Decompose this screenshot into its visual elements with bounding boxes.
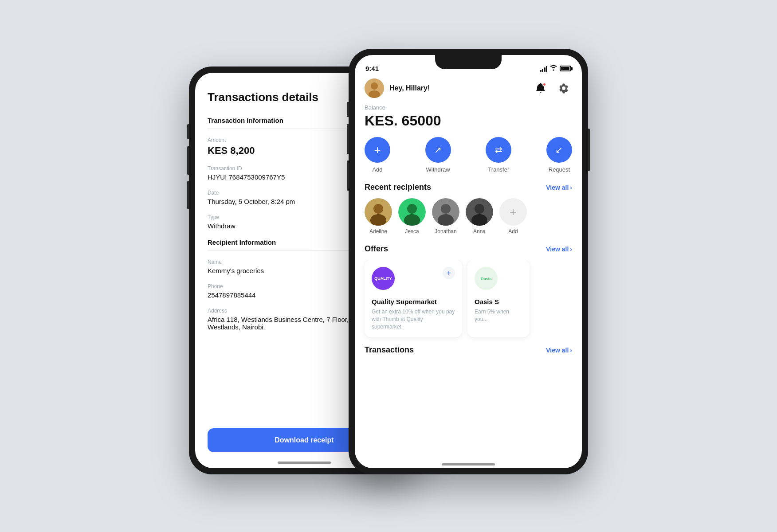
- home-indicator-right: [442, 463, 495, 466]
- mute-button[interactable]: [187, 124, 189, 139]
- battery-fill: [561, 67, 569, 70]
- transactions-title: Transactions: [365, 345, 414, 355]
- recipient-anna[interactable]: Anna: [466, 198, 493, 235]
- anna-avatar: [466, 198, 493, 226]
- offer-quality-header: QUALITY +: [372, 267, 455, 294]
- transfer-button-circle: ⇄: [486, 137, 511, 163]
- action-buttons-row: + Add ↗ Withdraw ⇄ Transfer: [355, 137, 582, 183]
- request-button-wrap[interactable]: ↙ Request: [546, 137, 572, 173]
- volume-up-button-right[interactable]: [347, 124, 349, 154]
- add-recipient-icon: +: [510, 205, 516, 219]
- add-button-circle: +: [365, 137, 390, 163]
- add-recipient-label: Add: [508, 228, 518, 235]
- withdraw-label: Withdraw: [426, 166, 450, 173]
- offers-header: Offers View all ›: [355, 244, 582, 260]
- right-phone-screen: 9:41: [355, 55, 582, 468]
- withdraw-button-circle: ↗: [425, 137, 451, 163]
- volume-down-button-right[interactable]: [347, 160, 349, 191]
- greeting-text: Hey, Hillary!: [389, 84, 430, 92]
- mute-button-right[interactable]: [347, 102, 349, 117]
- chevron-right-icon: ›: [570, 184, 572, 191]
- svg-point-13: [475, 204, 484, 214]
- request-label: Request: [549, 166, 570, 173]
- svg-point-7: [407, 204, 417, 214]
- home-screen: 9:41: [355, 55, 582, 468]
- jonathan-name: Jonathan: [435, 228, 456, 235]
- recent-recipients-header: Recent recipients View all ›: [355, 183, 582, 198]
- svg-point-1: [371, 82, 378, 90]
- wifi-icon: [550, 65, 557, 72]
- balance-amount: KES. 65000: [365, 113, 572, 129]
- request-icon: ↙: [555, 145, 563, 155]
- signal-bar-1: [540, 70, 542, 72]
- recipient-jonathan[interactable]: Jonathan: [432, 198, 459, 235]
- signal-bar-3: [544, 67, 545, 72]
- add-label: Add: [372, 166, 382, 173]
- status-icons: [540, 65, 572, 72]
- add-recipient-circle: +: [499, 198, 527, 226]
- add-button-wrap[interactable]: + Add: [365, 137, 390, 173]
- balance-section: Balance KES. 65000: [355, 102, 582, 137]
- oasis-name: Oasis S: [475, 298, 522, 305]
- offers-title: Offers: [365, 244, 388, 254]
- view-all-recipients[interactable]: View all ›: [546, 184, 572, 191]
- anna-name: Anna: [473, 228, 486, 235]
- add-recipient-button[interactable]: + Add: [499, 198, 527, 235]
- oasis-description: Earn 5% when you...: [475, 308, 522, 323]
- transfer-button-wrap[interactable]: ⇄ Transfer: [486, 137, 511, 173]
- jesca-name: Jesca: [405, 228, 419, 235]
- volume-up-button[interactable]: [187, 146, 189, 175]
- notification-button[interactable]: [532, 80, 549, 97]
- signal-bar-4: [546, 66, 547, 72]
- chevron-right-icon: ›: [570, 246, 572, 253]
- transfer-label: Transfer: [488, 166, 509, 173]
- view-all-offers[interactable]: View all ›: [546, 246, 572, 253]
- quality-supermarket-description: Get an extra 10% off when you pay with T…: [372, 308, 455, 330]
- adeline-name: Adeline: [369, 228, 387, 235]
- recipients-list: Adeline Jesca: [355, 198, 582, 244]
- add-quality-offer-button[interactable]: +: [443, 267, 455, 279]
- battery-icon: [560, 66, 571, 71]
- recipient-jesca[interactable]: Jesca: [398, 198, 426, 235]
- signal-bars-icon: [540, 66, 548, 72]
- volume-down-button[interactable]: [187, 181, 189, 209]
- recent-recipients-title: Recent recipients: [365, 183, 431, 192]
- withdraw-icon: ↗: [434, 145, 442, 155]
- right-phone: 9:41: [349, 49, 588, 474]
- svg-text:Oasis: Oasis: [481, 277, 492, 281]
- offer-oasis-header: Oasis: [475, 267, 522, 294]
- transfer-icon: ⇄: [495, 145, 502, 155]
- offer-oasis[interactable]: Oasis Oasis S Earn 5% when you...: [467, 260, 530, 337]
- transactions-header: Transactions View all ›: [355, 345, 582, 361]
- signal-bar-2: [542, 69, 543, 72]
- chevron-right-icon-transactions: ›: [570, 347, 572, 354]
- view-all-transactions[interactable]: View all ›: [546, 347, 572, 354]
- notification-dot: [542, 82, 546, 86]
- add-icon: +: [374, 143, 381, 157]
- jesca-avatar: [398, 198, 426, 226]
- offer-quality-supermarket[interactable]: QUALITY + Quality Supermarket Get an ext…: [365, 260, 462, 337]
- user-info: Hey, Hillary!: [365, 78, 430, 98]
- home-indicator: [278, 462, 331, 464]
- withdraw-button-wrap[interactable]: ↗ Withdraw: [425, 137, 451, 173]
- notch: [435, 55, 502, 69]
- status-time: 9:41: [365, 65, 379, 72]
- offers-list: QUALITY + Quality Supermarket Get an ext…: [355, 260, 582, 345]
- app-header: Hey, Hillary!: [355, 74, 582, 102]
- quality-supermarket-name: Quality Supermarket: [372, 298, 455, 305]
- adeline-avatar: [365, 198, 392, 226]
- quality-supermarket-logo: QUALITY: [372, 267, 395, 290]
- header-actions: [532, 80, 572, 97]
- settings-button[interactable]: [555, 80, 572, 97]
- jonathan-avatar: [432, 198, 459, 226]
- recipient-adeline[interactable]: Adeline: [365, 198, 392, 235]
- svg-point-4: [373, 204, 383, 214]
- request-button-circle: ↙: [546, 137, 572, 163]
- balance-label: Balance: [365, 104, 572, 111]
- oasis-logo: Oasis: [475, 267, 498, 290]
- avatar: [365, 78, 384, 98]
- svg-point-10: [441, 204, 451, 214]
- power-button-right[interactable]: [588, 129, 590, 171]
